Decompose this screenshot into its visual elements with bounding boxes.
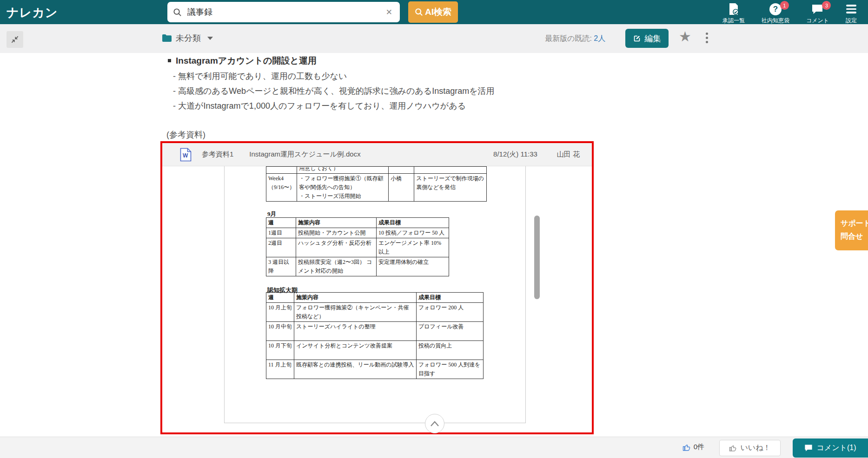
- table-header: 週: [266, 293, 294, 303]
- table-cell: 10 月中旬: [266, 322, 294, 341]
- table-cell: インサイト分析とコンテンツ改善提案: [294, 341, 417, 360]
- read-status-label: 最新版の既読:: [545, 34, 594, 42]
- app-logo[interactable]: ナレカン: [7, 5, 58, 21]
- table-cell: 10 月下旬: [266, 341, 294, 360]
- menu-icon: [846, 5, 856, 13]
- table-cell: （9/16〜）: [268, 183, 295, 192]
- table-header: 施策内容: [294, 293, 417, 303]
- table-cell: ・ストーリーズ活用開始: [299, 192, 386, 201]
- folder-selector[interactable]: 未分類: [162, 33, 213, 44]
- nav-label: 社内知恵袋: [762, 17, 789, 25]
- table-cell: フォロワー 500 人到達を目指す: [417, 360, 484, 379]
- table-cell: 1週目: [266, 228, 296, 238]
- article-bullet: - 大道がInstagramで1,000人のフォロワーを有しており、運用ノウハウ…: [173, 100, 466, 111]
- ai-search-button[interactable]: AI検索: [408, 1, 458, 23]
- comment-icon: [804, 444, 813, 452]
- bullet-square-icon: [168, 59, 171, 62]
- thumbs-up-icon: [682, 443, 691, 451]
- table-cell: 投稿開始・アカウント公開: [296, 228, 377, 238]
- table-header: 成果目標: [417, 293, 484, 303]
- like-count: 0件: [682, 443, 704, 451]
- support-contact-tab[interactable]: サポート 問合せ: [835, 210, 868, 250]
- like-button[interactable]: いいね！: [719, 440, 781, 456]
- article-bullet: - 無料で利用可能であり、運用の工数も少ない: [173, 71, 347, 82]
- article-heading: Instagramアカウントの開設と運用: [168, 55, 317, 67]
- edit-button[interactable]: 編集: [625, 29, 669, 48]
- table-cell: 2週目: [266, 238, 296, 257]
- table-cell: 投稿の質向上: [417, 341, 484, 360]
- thumbs-up-icon: [729, 444, 737, 452]
- search-input[interactable]: [186, 7, 384, 18]
- preview-scrollbar[interactable]: [534, 216, 540, 299]
- word-letter: W: [183, 152, 188, 159]
- favorite-star-icon[interactable]: ★: [679, 28, 691, 45]
- narekan-app: ナレカン ✕ AI検索: [0, 0, 868, 458]
- search-icon: [173, 8, 182, 17]
- nav-approval-list[interactable]: 承認一覧: [714, 1, 753, 25]
- folder-name: 未分類: [176, 33, 201, 44]
- table-cell: フォロワー獲得施策②（キャンペーン・共催投稿など）: [294, 303, 417, 322]
- nav-company-qa[interactable]: ? 1 社内知恵袋: [753, 1, 798, 25]
- edit-label: 編集: [644, 33, 661, 44]
- table-cell: 3 週目以降: [266, 257, 296, 276]
- table-cell: エンゲージメント率 10% 以上: [377, 238, 449, 257]
- collapse-preview-button[interactable]: [425, 414, 444, 433]
- attachment-title: 参考資料1: [202, 150, 233, 159]
- table-cell: ストーリーズで制作現場の裏側などを発信: [414, 174, 487, 202]
- reference-label: (参考資料): [166, 129, 205, 140]
- doc-table-august: 用意しておく） Week4 （9/16〜） ・フォロワー獲得施策①（既存顧客や関…: [266, 166, 487, 202]
- nav-comments[interactable]: 3 コメント: [798, 1, 837, 25]
- table-header: 施策内容: [296, 218, 377, 228]
- comment-button-label: コメント(1): [816, 443, 856, 453]
- search-bar[interactable]: ✕: [167, 2, 400, 22]
- table-cell: 既存顧客との連携投稿、リール動画の試験導入: [294, 360, 417, 379]
- folder-icon: [162, 34, 172, 42]
- table-cell: 10 投稿／フォロワー 50 人: [377, 228, 449, 238]
- ai-search-label: AI検索: [425, 6, 451, 18]
- doc-table-september: 週 施策内容 成果目標 1週目 投稿開始・アカウント公開 10 投稿／フォロワー…: [266, 217, 449, 276]
- support-tab-line: サポート: [841, 217, 868, 230]
- attachment-highlight-box: W 参考資料1 Instagram運用スケジュール例.docx 8/12(火) …: [160, 141, 594, 434]
- header-nav: 承認一覧 ? 1 社内知恵袋 3 コメント: [714, 1, 865, 24]
- comment-button[interactable]: コメント(1): [793, 438, 868, 458]
- chevron-up-icon: [430, 420, 440, 427]
- nav-label: コメント: [806, 17, 829, 25]
- like-count-text: 0件: [694, 443, 704, 451]
- table-cell: ハッシュタグ分析・反応分析: [296, 238, 377, 257]
- table-cell: 安定運用体制の確立: [377, 257, 449, 276]
- support-tab-line: 問合せ: [841, 230, 868, 243]
- table-header: 週: [266, 218, 296, 228]
- comments-badge: 3: [822, 1, 831, 10]
- search-clear-icon[interactable]: ✕: [384, 7, 394, 17]
- attachment-date: 8/12(火) 11:33: [493, 150, 537, 159]
- table-cell: 10 月上旬: [266, 303, 294, 322]
- nav-label: 承認一覧: [722, 17, 745, 25]
- question-icon: ?: [769, 3, 782, 15]
- chevron-down-icon: [207, 37, 213, 40]
- article-bullet: - 高級感のあるWebページと親和性が高く、視覚的訴求に強みのあるInstagr…: [173, 85, 495, 97]
- nav-settings[interactable]: 設定: [837, 1, 865, 25]
- more-options-icon[interactable]: [703, 32, 711, 44]
- table-cell: ストーリーズハイライトの整理: [294, 322, 417, 341]
- page-footer: 0件 いいね！ コメント(1): [0, 437, 868, 458]
- app-header: ナレカン ✕ AI検索: [0, 0, 868, 24]
- collapse-icon: [10, 35, 20, 44]
- collapse-panel-button[interactable]: [7, 31, 23, 48]
- search-icon: [415, 8, 423, 16]
- qa-badge: 1: [780, 1, 789, 10]
- nav-label: 設定: [846, 17, 857, 25]
- table-cell: 用意しておく）: [299, 167, 386, 173]
- read-status: 最新版の既読: 2人: [545, 34, 605, 44]
- table-cell: 小橋: [389, 174, 414, 202]
- table-cell: プロフィール改善: [417, 322, 484, 341]
- table-cell: 11 月上旬: [266, 360, 294, 379]
- attachment-filename: Instagram運用スケジュール例.docx: [249, 150, 360, 159]
- word-file-icon: W: [180, 148, 192, 162]
- table-cell: フォロワー 200 人: [417, 303, 484, 322]
- read-status-count[interactable]: 2人: [594, 34, 605, 42]
- table-header: 成果目標: [377, 218, 449, 228]
- page-toolbar: 未分類 最新版の既読: 2人 編集 ★: [0, 24, 868, 53]
- attachment-header[interactable]: W 参考資料1 Instagram運用スケジュール例.docx 8/12(火) …: [162, 143, 592, 166]
- like-button-label: いいね！: [740, 443, 770, 453]
- doc-table-expansion: 週 施策内容 成果目標 10 月上旬 フォロワー獲得施策②（キャンペーン・共催投…: [266, 292, 484, 379]
